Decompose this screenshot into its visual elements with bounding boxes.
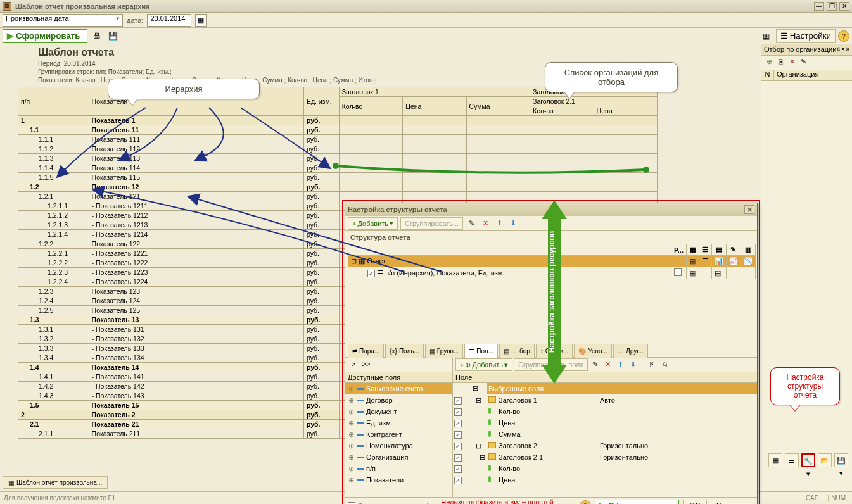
table-row[interactable]: 1.1.1Показатель 111руб. — [18, 135, 658, 144]
org-filter-panel: Отбор по организации « • » ⊕ ⎘ ✕ ✎ N Орг… — [761, 44, 852, 500]
date-input[interactable]: 20.01.2014 — [147, 14, 191, 27]
selected-field[interactable]: ✓Цена — [453, 474, 757, 486]
green-double-arrow: Настройка заголовков ресурсов — [542, 200, 567, 384]
copy-org-icon[interactable]: ⎘ — [775, 57, 785, 67]
available-field[interactable]: ⊕ Договор — [345, 394, 452, 406]
col-kol2: Кол-во — [530, 106, 594, 116]
dialog-tab[interactable]: ⇄ Пара... — [348, 344, 384, 358]
dialog-tab[interactable]: ☰ Пол... — [464, 344, 498, 358]
advanced-checkbox[interactable]: ✓ Расширенная настройка — [348, 502, 437, 505]
dialog-add-button[interactable]: Добавить ▾ — [348, 217, 398, 230]
list-icon[interactable]: ☰ — [785, 453, 799, 467]
open-tab[interactable]: ▦ Шаблон отчет произвольна... — [3, 476, 108, 489]
delete-field-icon[interactable]: ✕ — [602, 359, 613, 370]
dialog-tab[interactable]: ▤ ...тбор — [499, 344, 535, 358]
paste-icon[interactable]: ⎙ — [659, 359, 670, 370]
col-z21: Заголовок 2.1 — [530, 97, 658, 106]
struct-fields-row[interactable]: ✓ ☰ п/п (Иерархия), Показатели, Ед. изм. — [348, 267, 671, 279]
dialog-error-text: Нельзя отобразить в виде простой настрой… — [441, 498, 576, 505]
dialog-group-button[interactable]: Сгруппировать... — [400, 217, 463, 230]
dialog-help-icon[interactable]: ? — [580, 500, 591, 505]
available-field[interactable]: ⊕ Показатели — [345, 474, 452, 486]
help-icon[interactable]: ? — [838, 30, 849, 42]
dialog-ok-button[interactable]: OK — [683, 500, 706, 505]
window-title: Шаблон отчет произвольная иерархия — [15, 3, 814, 10]
table-row[interactable]: 1.1.2Показатель 112руб. — [18, 144, 658, 154]
delete-org-icon[interactable]: ✕ — [787, 57, 797, 67]
expand-icon[interactable]: > — [348, 359, 359, 370]
edit-icon[interactable]: ✎ — [466, 218, 477, 229]
delete-icon[interactable]: ✕ — [480, 218, 491, 229]
dialog-tab[interactable]: {x} Поль... — [385, 344, 424, 358]
up-icon[interactable]: ⬆ — [493, 218, 505, 229]
date-controls: Произвольная дата дата: 20.01.2014 ▦ — [0, 13, 852, 28]
add-org-icon[interactable]: ⊕ — [764, 57, 774, 67]
wrench-icon[interactable]: 🔧 ▾ — [801, 453, 815, 467]
open-tabs: ▦ Шаблон отчет произвольна... — [3, 476, 108, 490]
col-summa1: Сумма — [466, 97, 530, 116]
print-icon[interactable]: 🖶 — [90, 29, 104, 43]
report-title: Шаблон отчета — [38, 47, 756, 58]
calendar-icon[interactable]: ▦ — [195, 14, 207, 27]
selected-field[interactable]: ✓Цена — [453, 417, 757, 429]
edit-field-icon[interactable]: ✎ — [589, 359, 601, 370]
selected-field[interactable]: ✓⊟Заголовок 1Авто — [453, 394, 757, 406]
edit-org-icon[interactable]: ✎ — [798, 57, 808, 67]
callout-org-list: Список организаций для отбора — [545, 62, 678, 92]
table-row[interactable]: 1Показатель 1руб. — [18, 116, 658, 125]
generate-button[interactable]: Сформировать — [3, 29, 87, 43]
selected-field[interactable]: ✓⊟Заголовок 2.1Горизонтально — [453, 451, 757, 463]
selected-field[interactable]: ✓Кол-во — [453, 463, 757, 474]
available-field[interactable]: ⊕ Документ — [345, 406, 452, 417]
selected-root[interactable]: Выбранные поля — [487, 383, 757, 394]
close-window-button[interactable]: ✕ — [839, 2, 849, 11]
available-field[interactable]: ⊕ п/п — [345, 463, 452, 474]
settings-button[interactable]: ☰ Настройки — [776, 29, 836, 43]
table-row[interactable]: 1.1.4Показатель 114руб. — [18, 163, 658, 173]
down-field-icon[interactable]: ⬇ — [627, 359, 639, 370]
org-col-n: N — [761, 70, 774, 80]
col-cena1: Цена — [403, 97, 466, 116]
col-kol1: Кол-во — [339, 97, 402, 116]
panel-nav[interactable]: « • » — [837, 46, 849, 54]
up-field-icon[interactable]: ⬆ — [614, 359, 626, 370]
field-column-label: Поле — [453, 372, 757, 383]
dialog-tab[interactable]: … Друг... — [613, 344, 648, 358]
available-field[interactable]: ⊕ Номенклатура — [345, 440, 452, 451]
dialog-generate-button[interactable]: Сформировать — [595, 500, 680, 505]
col-z1: Заголовок 1 — [339, 87, 530, 97]
available-field[interactable]: ⊕ Банковские счета — [345, 383, 452, 394]
minimize-button[interactable]: — — [814, 2, 824, 11]
expand-all-icon[interactable]: >> — [360, 359, 372, 370]
copy-icon[interactable]: ⎘ — [646, 359, 658, 370]
dialog-tab[interactable]: 🎨 Усло... — [574, 344, 612, 358]
table-row[interactable]: 1.2Показатель 12руб. — [18, 182, 658, 192]
open-icon[interactable]: 📂 — [818, 453, 832, 467]
down-icon[interactable]: ⬇ — [507, 218, 519, 229]
available-field[interactable]: ⊕ Ед. изм. — [345, 417, 452, 429]
selected-field[interactable]: ✓Кол-во — [453, 406, 757, 417]
available-field[interactable]: ⊕ Организация — [345, 451, 452, 463]
dialog-tab[interactable]: ▦ Групп... — [425, 344, 463, 358]
titlebar: ▦ Шаблон отчет произвольная иерархия — ❐… — [0, 0, 852, 13]
available-field[interactable]: ⊕ Контрагент — [345, 429, 452, 440]
dialog-close-button[interactable]: ✕ — [744, 205, 754, 214]
save-icon[interactable]: 💾 — [106, 29, 120, 43]
restore-button[interactable]: ❐ — [827, 2, 837, 11]
struct-report-row[interactable]: ⊟ ▦ Отчет — [348, 256, 671, 267]
date-mode-combo[interactable]: Произвольная дата — [3, 14, 123, 27]
col-cena2: Цена — [594, 106, 657, 116]
selected-field[interactable]: ✓Сумма — [453, 429, 757, 440]
table-row[interactable]: 1.1.5Показатель 115руб. — [18, 173, 658, 182]
quick-access-icons: ▦ ☰ 🔧 ▾ 📂 💾 ▾ — [768, 453, 848, 467]
main-toolbar: Сформировать 🖶 💾 ▦ ☰ Настройки ? — [0, 28, 852, 44]
table-row[interactable]: 1.1.3Показатель 113руб. — [18, 154, 658, 163]
save-quick-icon[interactable]: 💾 ▾ — [834, 453, 848, 467]
add-field-button[interactable]: ⊕ Добавить ▾ — [455, 358, 512, 371]
table-row[interactable]: 1.1Показатель 11руб. — [18, 125, 658, 135]
layout-icon[interactable]: ▦ — [760, 29, 773, 43]
org-col-name: Организация — [774, 70, 852, 80]
selected-field[interactable]: ✓⊟Заголовок 2Горизонтально — [453, 440, 757, 451]
dialog-close-button[interactable]: Закрыть — [711, 500, 754, 505]
grid-icon[interactable]: ▦ — [768, 453, 782, 467]
